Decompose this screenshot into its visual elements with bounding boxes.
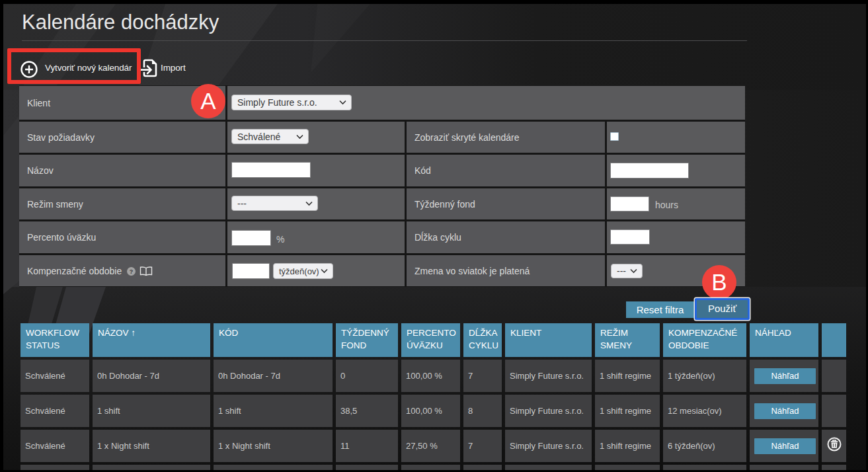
svg-text:?: ? [130,268,134,274]
